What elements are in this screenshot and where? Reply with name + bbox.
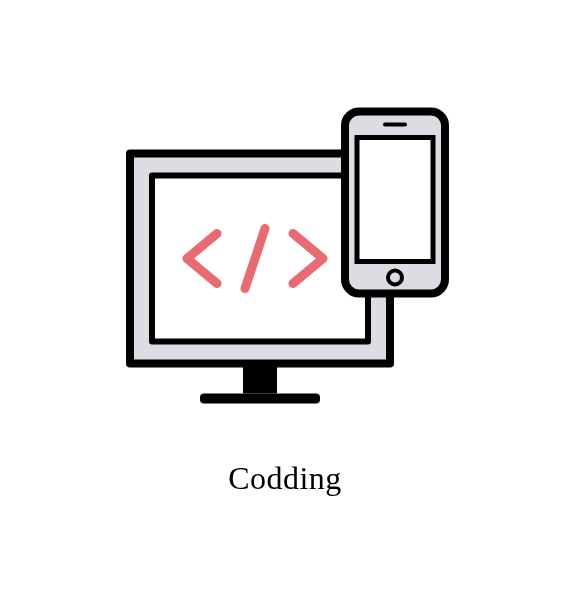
coding-devices-icon (105, 104, 465, 434)
svg-rect-2 (200, 394, 320, 404)
svg-rect-7 (383, 123, 407, 127)
svg-rect-5 (357, 138, 433, 262)
illustration-container: Codding (105, 104, 465, 497)
caption-text: Codding (105, 460, 465, 497)
